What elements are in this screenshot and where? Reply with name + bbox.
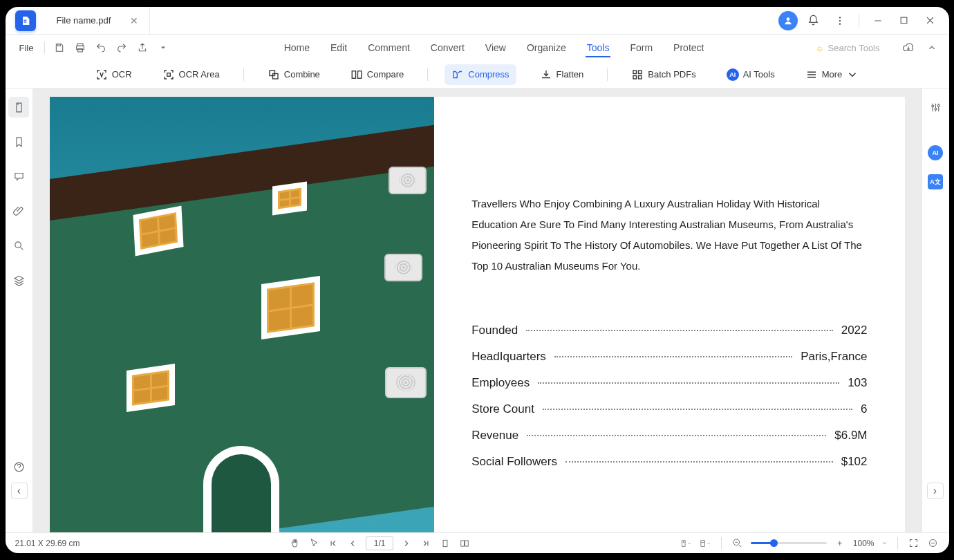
body-paragraph: Travellers Who Enjoy Combining A Luxury … — [471, 194, 867, 277]
ocr-button[interactable]: OCR — [88, 64, 139, 85]
svg-point-36 — [683, 541, 684, 542]
stat-row: Store Count6 — [471, 402, 867, 416]
statusbar: 21.01 X 29.69 cm 1/1 + 100% — [6, 532, 949, 553]
stat-value: 2022 — [833, 324, 868, 337]
fit-icon[interactable] — [927, 537, 939, 550]
compress-button[interactable]: Compress — [445, 64, 516, 85]
svg-rect-37 — [701, 540, 705, 546]
maximize-icon[interactable] — [894, 10, 915, 31]
stat-label: HeadIquarters — [471, 350, 554, 364]
first-page-icon[interactable] — [327, 537, 339, 550]
page-image — [50, 97, 435, 532]
svg-line-40 — [739, 545, 741, 547]
svg-rect-10 — [58, 44, 61, 46]
more-menu-icon[interactable] — [830, 10, 850, 31]
document-tab[interactable]: File name.pdf ✕ — [44, 7, 151, 35]
stat-row: Revenue$6.9M — [471, 429, 867, 442]
dropdown-icon[interactable] — [154, 39, 172, 57]
stat-value: $6.9M — [826, 429, 867, 442]
menu-organize[interactable]: Organize — [525, 38, 568, 57]
save-icon[interactable] — [50, 39, 68, 57]
settings-icon[interactable] — [925, 97, 946, 118]
page: Travellers Who Enjoy Combining A Luxury … — [50, 97, 905, 532]
comment-icon[interactable] — [8, 166, 29, 187]
last-page-icon[interactable] — [420, 537, 432, 550]
document-viewport[interactable]: Travellers Who Enjoy Combining A Luxury … — [33, 88, 922, 532]
svg-point-29 — [931, 104, 933, 106]
left-sidebar: ‹ — [6, 88, 33, 532]
scroll-mode-icon[interactable] — [680, 537, 692, 550]
cloud-icon[interactable] — [899, 39, 917, 57]
view-mode-icon[interactable] — [699, 537, 711, 550]
svg-rect-19 — [633, 71, 637, 74]
menu-tools[interactable]: Tools — [586, 38, 611, 57]
zoom-value: 100% — [853, 539, 874, 548]
collapse-right-icon[interactable]: › — [927, 483, 944, 499]
layers-icon[interactable] — [8, 270, 29, 290]
svg-rect-32 — [443, 540, 447, 546]
collapse-ribbon-icon[interactable] — [923, 39, 941, 57]
single-page-icon[interactable] — [439, 537, 451, 550]
flatten-button[interactable]: Flatten — [533, 64, 591, 85]
select-tool-icon[interactable] — [308, 537, 320, 550]
menu-form[interactable]: Form — [628, 38, 654, 57]
svg-rect-14 — [167, 73, 170, 76]
menu-home[interactable]: Home — [283, 38, 311, 57]
svg-point-4 — [839, 19, 840, 21]
close-icon[interactable]: ✕ — [130, 15, 138, 26]
stat-label: Revenue — [471, 429, 527, 442]
compare-button[interactable]: Compare — [344, 64, 411, 85]
print-icon[interactable] — [71, 39, 89, 57]
stat-row: Social Followers$102 — [471, 455, 867, 469]
undo-icon[interactable] — [92, 39, 110, 57]
collapse-left-icon[interactable]: ‹ — [11, 483, 28, 499]
minimize-icon[interactable] — [868, 10, 888, 31]
svg-rect-33 — [461, 540, 465, 545]
translate-icon[interactable]: A文 — [928, 174, 943, 189]
zoom-out-icon[interactable] — [731, 537, 744, 550]
redo-icon[interactable] — [113, 39, 131, 57]
two-page-icon[interactable] — [458, 537, 471, 550]
more-button[interactable]: More — [798, 64, 866, 85]
titlebar: File name.pdf ✕ — [6, 7, 949, 35]
menu-protect[interactable]: Protect — [672, 38, 705, 57]
batch-pdfs-button[interactable]: Batch PDFs — [624, 64, 702, 85]
help-icon[interactable] — [8, 456, 29, 477]
fullscreen-icon[interactable] — [908, 537, 920, 550]
app-logo — [15, 10, 36, 31]
thumbnails-icon[interactable] — [8, 97, 29, 118]
menu-convert[interactable]: Convert — [429, 38, 466, 57]
user-avatar-icon[interactable] — [778, 11, 798, 30]
svg-rect-16 — [272, 73, 278, 79]
svg-point-3 — [839, 17, 840, 18]
prev-page-icon[interactable] — [346, 537, 359, 550]
bell-icon[interactable] — [803, 10, 824, 31]
share-icon[interactable] — [133, 39, 151, 57]
bookmark-icon[interactable] — [8, 131, 29, 152]
menu-view[interactable]: View — [484, 38, 507, 57]
ai-tools-button[interactable]: AI AI Tools — [720, 64, 782, 85]
attachment-icon[interactable] — [8, 200, 29, 221]
zoom-slider[interactable] — [751, 542, 827, 544]
svg-point-30 — [935, 108, 937, 110]
svg-rect-17 — [352, 71, 355, 78]
file-menu[interactable]: File — [14, 40, 39, 56]
stat-row: Founded2022 — [471, 324, 867, 337]
stat-value: $102 — [833, 455, 868, 469]
search-tools[interactable]: ☼ Search Tools — [816, 43, 880, 53]
chevron-down-icon[interactable] — [881, 540, 888, 546]
hand-tool-icon[interactable] — [288, 537, 301, 550]
search-icon[interactable] — [8, 235, 29, 256]
ocr-area-button[interactable]: OCR Area — [156, 64, 227, 85]
svg-rect-20 — [639, 71, 642, 74]
menu-comment[interactable]: Comment — [366, 38, 411, 57]
next-page-icon[interactable] — [400, 537, 413, 550]
page-number-input[interactable]: 1/1 — [366, 536, 393, 550]
svg-rect-21 — [633, 75, 637, 79]
zoom-in-icon[interactable]: + — [834, 537, 846, 550]
svg-rect-13 — [78, 48, 83, 52]
menu-edit[interactable]: Edit — [329, 38, 348, 57]
combine-button[interactable]: Combine — [261, 64, 327, 85]
ai-sidebar-icon[interactable]: AI — [928, 145, 943, 160]
close-window-icon[interactable] — [920, 10, 941, 31]
